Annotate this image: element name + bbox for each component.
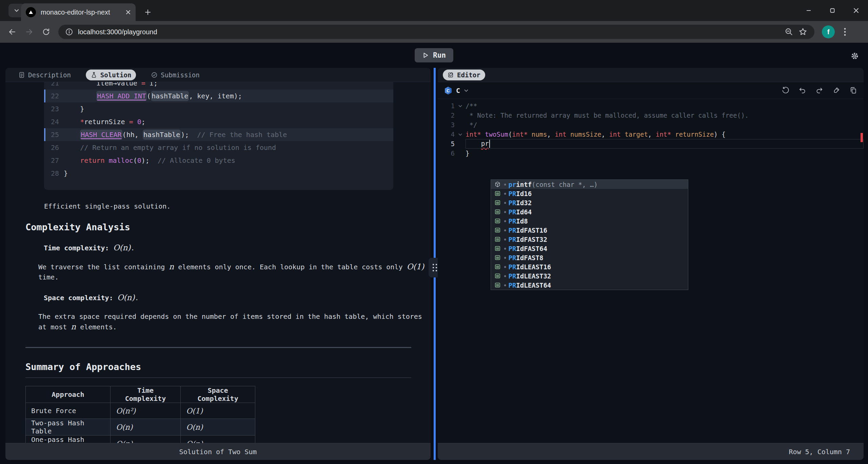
fold-chevron-icon[interactable] xyxy=(455,132,466,137)
bullet-separator xyxy=(501,181,508,188)
table-cell: O(n²) xyxy=(111,403,181,419)
text-lines-icon xyxy=(494,236,501,243)
tab-submission-label: Submission xyxy=(161,71,199,79)
chevron-down-icon xyxy=(14,7,20,14)
editor-line[interactable]: 3 */ xyxy=(438,120,864,130)
svg-text:C: C xyxy=(447,88,450,93)
fold-chevron-icon[interactable] xyxy=(455,103,466,109)
space-complexity-line: Space complexity: O(n). xyxy=(44,293,431,302)
bullet-separator xyxy=(501,190,508,197)
editor-line[interactable]: 6} xyxy=(438,149,864,158)
suggest-item[interactable]: PRIdLEAST16 xyxy=(491,262,688,271)
line-number: 6 xyxy=(438,150,455,157)
run-button[interactable]: Run xyxy=(415,48,453,62)
undo-button[interactable] xyxy=(798,86,807,95)
bookmark-star-icon[interactable] xyxy=(798,27,808,37)
text-lines-icon xyxy=(494,190,501,197)
browser-tab[interactable]: monaco-editor-lsp-next xyxy=(21,3,136,21)
site-info-icon[interactable] xyxy=(65,28,73,36)
page-topbar: Run xyxy=(0,43,868,68)
editor-lines: 1/**2 * Note: The returned array must be… xyxy=(438,101,864,158)
back-button[interactable] xyxy=(5,24,20,39)
bullet-separator xyxy=(501,245,508,252)
text-lines-icon xyxy=(494,208,501,216)
suggest-item[interactable]: PRIdFAST32 xyxy=(491,235,688,244)
format-button[interactable] xyxy=(832,86,841,95)
c-language-icon: C xyxy=(444,86,453,95)
editor-line[interactable]: 5 pr xyxy=(438,139,864,149)
text-lines-icon xyxy=(494,199,501,207)
editor-line[interactable]: 4int* twoSum(int* nums, int numsSize, in… xyxy=(438,130,864,139)
bullet-separator xyxy=(501,282,508,289)
suggest-item[interactable]: PRId64 xyxy=(491,207,688,216)
forward-arrow-icon xyxy=(25,28,33,36)
table-cell: Brute Force xyxy=(26,403,111,419)
profile-avatar[interactable]: f xyxy=(822,25,835,38)
bullet-separator xyxy=(501,254,508,262)
window-close-button[interactable] xyxy=(844,0,868,21)
settings-button[interactable] xyxy=(849,50,861,62)
error-marker xyxy=(861,133,863,142)
line-number: 1 xyxy=(438,102,455,110)
suggest-item[interactable]: PRIdLEAST64 xyxy=(491,281,688,290)
suggest-item[interactable]: PRId32 xyxy=(491,198,688,207)
suggest-item[interactable]: PRIdFAST64 xyxy=(491,244,688,253)
table-header-cell: Space Complexity xyxy=(181,386,255,403)
copy-button[interactable] xyxy=(849,86,857,95)
editor-panel: Editor C C 1/**2 * Note: The returned ar… xyxy=(438,68,864,460)
line-number: 3 xyxy=(438,121,455,129)
tab-close-icon[interactable] xyxy=(125,9,131,15)
problem-panel: Description Solution Submission 21 item→… xyxy=(5,68,431,460)
language-selector[interactable]: C C xyxy=(444,86,469,95)
suggest-item[interactable]: PRIdLEAST32 xyxy=(491,271,688,281)
window-controls xyxy=(797,0,868,21)
table-row: Brute ForceO(n²)O(1) xyxy=(26,403,255,419)
play-icon xyxy=(422,52,429,59)
text-lines-icon xyxy=(494,263,501,271)
text-lines-icon xyxy=(494,272,501,280)
suggest-item[interactable]: PRId8 xyxy=(491,216,688,226)
editor-line[interactable]: 2 * Note: The returned array must be mal… xyxy=(438,111,864,120)
flask-icon xyxy=(91,72,97,78)
line-number: 25 xyxy=(44,131,59,139)
suggest-item[interactable]: PRIdFAST16 xyxy=(491,226,688,235)
zoom-out-icon[interactable] xyxy=(785,27,793,36)
forward-button[interactable] xyxy=(22,24,37,39)
section-divider xyxy=(25,347,411,348)
browser-toolbar: localhost:3000/playground f xyxy=(0,21,868,43)
reset-button[interactable] xyxy=(781,86,790,95)
plus-icon xyxy=(144,9,151,16)
window-maximize-button[interactable] xyxy=(821,0,844,21)
tab-submission[interactable]: Submission xyxy=(146,70,204,80)
tab-description[interactable]: Description xyxy=(14,70,76,80)
tab-editor[interactable]: Editor xyxy=(443,70,485,80)
bullet-separator xyxy=(501,263,508,271)
solution-footer-title: Solution of Two Sum xyxy=(179,448,257,456)
suggest-item[interactable]: PRId16 xyxy=(491,189,688,198)
solution-content[interactable]: 21 item→value = i;22 HASH_ADD_INT(hashTa… xyxy=(5,82,431,443)
url-bar[interactable]: localhost:3000/playground xyxy=(58,25,814,39)
back-arrow-icon xyxy=(8,28,16,36)
suggest-item[interactable]: printf(const char *, …) xyxy=(491,180,688,189)
table-cell: O(1) xyxy=(181,403,255,419)
new-tab-button[interactable] xyxy=(141,5,155,19)
redo-button[interactable] xyxy=(815,86,824,95)
panel-resizer[interactable] xyxy=(434,68,436,460)
complexity-heading: Complexity Analysis xyxy=(25,222,431,232)
summary-heading: Summary of Approaches xyxy=(25,362,411,378)
approaches-table: ApproachTime ComplexitySpace ComplexityB… xyxy=(25,386,255,443)
editor-line[interactable]: 1/** xyxy=(438,101,864,111)
tab-solution[interactable]: Solution xyxy=(86,70,136,80)
suggest-detail: (const char *, …) xyxy=(532,181,597,188)
suggest-item[interactable]: PRIdFAST8 xyxy=(491,253,688,262)
kebab-menu-icon xyxy=(844,27,846,36)
line-number: 5 xyxy=(438,140,455,148)
reload-button[interactable] xyxy=(39,24,54,39)
text-lines-icon xyxy=(494,227,501,234)
window-minimize-button[interactable] xyxy=(797,0,821,21)
line-number: 23 xyxy=(44,105,59,113)
browser-menu-button[interactable] xyxy=(839,24,851,39)
cube-icon xyxy=(494,181,501,188)
code-editor[interactable]: 1/**2 * Note: The returned array must be… xyxy=(438,99,864,443)
url-text[interactable]: localhost:3000/playground xyxy=(78,28,780,36)
